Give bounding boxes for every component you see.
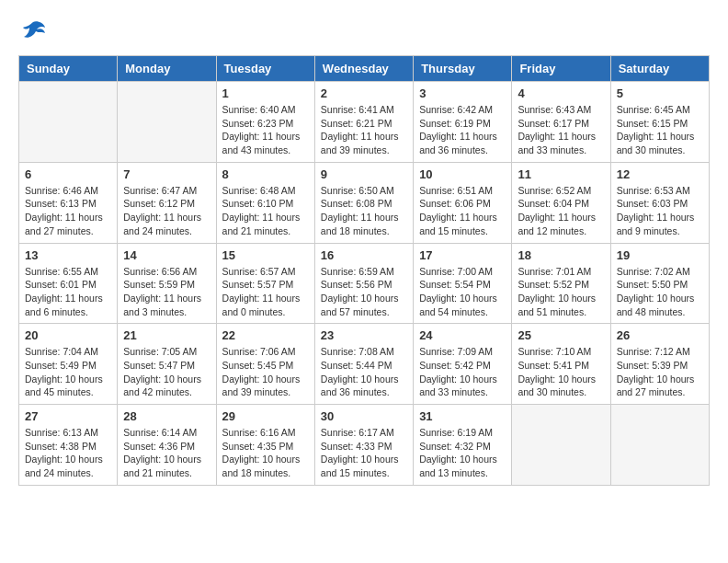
calendar-week-row: 1Sunrise: 6:40 AMSunset: 6:23 PMDaylight… — [19, 82, 710, 163]
day-info: Sunrise: 6:43 AMSunset: 6:17 PMDaylight:… — [518, 103, 604, 157]
day-info: Sunrise: 7:05 AMSunset: 5:47 PMDaylight:… — [123, 345, 210, 399]
day-number: 24 — [419, 328, 506, 342]
day-number: 18 — [518, 248, 604, 262]
day-number: 16 — [321, 248, 407, 262]
day-info: Sunrise: 6:50 AMSunset: 6:08 PMDaylight:… — [321, 184, 407, 238]
calendar-cell: 23Sunrise: 7:08 AMSunset: 5:44 PMDayligh… — [314, 324, 413, 405]
calendar-cell: 20Sunrise: 7:04 AMSunset: 5:49 PMDayligh… — [19, 324, 118, 405]
calendar-cell: 16Sunrise: 6:59 AMSunset: 5:56 PMDayligh… — [314, 243, 413, 324]
logo-bird-icon — [20, 18, 46, 40]
day-number: 4 — [518, 86, 604, 100]
day-number: 21 — [123, 328, 210, 342]
day-info: Sunrise: 6:17 AMSunset: 4:33 PMDaylight:… — [321, 426, 407, 480]
calendar-cell: 11Sunrise: 6:52 AMSunset: 6:04 PMDayligh… — [512, 162, 610, 243]
calendar-cell: 1Sunrise: 6:40 AMSunset: 6:23 PMDaylight… — [216, 82, 314, 163]
calendar-cell: 9Sunrise: 6:50 AMSunset: 6:08 PMDaylight… — [314, 162, 413, 243]
day-number: 22 — [222, 328, 309, 342]
calendar-cell: 26Sunrise: 7:12 AMSunset: 5:39 PMDayligh… — [610, 324, 709, 405]
day-number: 19 — [617, 248, 703, 262]
day-number: 23 — [321, 328, 407, 342]
day-info: Sunrise: 7:10 AMSunset: 5:41 PMDaylight:… — [518, 345, 604, 399]
calendar-cell: 14Sunrise: 6:56 AMSunset: 5:59 PMDayligh… — [118, 243, 216, 324]
weekday-header-sunday: Sunday — [19, 56, 118, 82]
day-info: Sunrise: 6:55 AMSunset: 6:01 PMDaylight:… — [25, 265, 111, 319]
day-info: Sunrise: 6:45 AMSunset: 6:15 PMDaylight:… — [617, 103, 703, 157]
day-info: Sunrise: 7:00 AMSunset: 5:54 PMDaylight:… — [419, 265, 506, 319]
calendar-cell: 29Sunrise: 6:16 AMSunset: 4:35 PMDayligh… — [216, 405, 314, 486]
weekday-header-thursday: Thursday — [414, 56, 512, 82]
day-number: 2 — [321, 86, 407, 100]
day-info: Sunrise: 6:14 AMSunset: 4:36 PMDaylight:… — [123, 426, 210, 480]
day-number: 27 — [25, 409, 111, 423]
calendar-cell: 30Sunrise: 6:17 AMSunset: 4:33 PMDayligh… — [314, 405, 413, 486]
calendar-cell: 7Sunrise: 6:47 AMSunset: 6:12 PMDaylight… — [118, 162, 216, 243]
calendar-cell — [512, 405, 610, 486]
weekday-header-tuesday: Tuesday — [216, 56, 314, 82]
day-info: Sunrise: 6:19 AMSunset: 4:32 PMDaylight:… — [419, 426, 506, 480]
calendar-week-row: 13Sunrise: 6:55 AMSunset: 6:01 PMDayligh… — [19, 243, 710, 324]
calendar-cell: 24Sunrise: 7:09 AMSunset: 5:42 PMDayligh… — [414, 324, 512, 405]
day-info: Sunrise: 7:09 AMSunset: 5:42 PMDaylight:… — [419, 345, 506, 399]
calendar-cell: 10Sunrise: 6:51 AMSunset: 6:06 PMDayligh… — [414, 162, 512, 243]
day-info: Sunrise: 6:56 AMSunset: 5:59 PMDaylight:… — [123, 265, 210, 319]
day-info: Sunrise: 7:06 AMSunset: 5:45 PMDaylight:… — [222, 345, 309, 399]
day-number: 6 — [25, 167, 111, 181]
weekday-header-monday: Monday — [118, 56, 216, 82]
calendar-cell: 13Sunrise: 6:55 AMSunset: 6:01 PMDayligh… — [19, 243, 118, 324]
day-number: 31 — [419, 409, 506, 423]
day-info: Sunrise: 7:12 AMSunset: 5:39 PMDaylight:… — [617, 345, 703, 399]
calendar-table: SundayMondayTuesdayWednesdayThursdayFrid… — [18, 55, 710, 486]
calendar-cell: 17Sunrise: 7:00 AMSunset: 5:54 PMDayligh… — [414, 243, 512, 324]
day-info: Sunrise: 6:47 AMSunset: 6:12 PMDaylight:… — [123, 184, 210, 238]
page-header — [18, 18, 710, 40]
day-number: 10 — [419, 167, 506, 181]
day-info: Sunrise: 6:16 AMSunset: 4:35 PMDaylight:… — [222, 426, 309, 480]
calendar-cell: 19Sunrise: 7:02 AMSunset: 5:50 PMDayligh… — [610, 243, 709, 324]
calendar-cell: 6Sunrise: 6:46 AMSunset: 6:13 PMDaylight… — [19, 162, 118, 243]
day-number: 11 — [518, 167, 604, 181]
day-number: 20 — [25, 328, 111, 342]
day-info: Sunrise: 6:57 AMSunset: 5:57 PMDaylight:… — [222, 265, 309, 319]
calendar-cell: 28Sunrise: 6:14 AMSunset: 4:36 PMDayligh… — [118, 405, 216, 486]
calendar-cell: 18Sunrise: 7:01 AMSunset: 5:52 PMDayligh… — [512, 243, 610, 324]
weekday-header-saturday: Saturday — [610, 56, 709, 82]
day-info: Sunrise: 6:51 AMSunset: 6:06 PMDaylight:… — [419, 184, 506, 238]
day-info: Sunrise: 7:01 AMSunset: 5:52 PMDaylight:… — [518, 265, 604, 319]
calendar-cell: 4Sunrise: 6:43 AMSunset: 6:17 PMDaylight… — [512, 82, 610, 163]
weekday-header-wednesday: Wednesday — [314, 56, 413, 82]
calendar-cell: 5Sunrise: 6:45 AMSunset: 6:15 PMDaylight… — [610, 82, 709, 163]
day-number: 29 — [222, 409, 309, 423]
day-number: 8 — [222, 167, 309, 181]
day-info: Sunrise: 6:41 AMSunset: 6:21 PMDaylight:… — [321, 103, 407, 157]
day-number: 13 — [25, 248, 111, 262]
day-number: 25 — [518, 328, 604, 342]
calendar-cell: 31Sunrise: 6:19 AMSunset: 4:32 PMDayligh… — [414, 405, 512, 486]
calendar-week-row: 27Sunrise: 6:13 AMSunset: 4:38 PMDayligh… — [19, 405, 710, 486]
calendar-cell: 2Sunrise: 6:41 AMSunset: 6:21 PMDaylight… — [314, 82, 413, 163]
day-number: 26 — [617, 328, 703, 342]
calendar-week-row: 20Sunrise: 7:04 AMSunset: 5:49 PMDayligh… — [19, 324, 710, 405]
calendar-cell: 8Sunrise: 6:48 AMSunset: 6:10 PMDaylight… — [216, 162, 314, 243]
calendar-week-row: 6Sunrise: 6:46 AMSunset: 6:13 PMDaylight… — [19, 162, 710, 243]
day-info: Sunrise: 7:04 AMSunset: 5:49 PMDaylight:… — [25, 345, 111, 399]
calendar-cell — [610, 405, 709, 486]
calendar-cell: 15Sunrise: 6:57 AMSunset: 5:57 PMDayligh… — [216, 243, 314, 324]
day-number: 7 — [123, 167, 210, 181]
day-number: 14 — [123, 248, 210, 262]
day-number: 12 — [617, 167, 703, 181]
day-number: 15 — [222, 248, 309, 262]
day-number: 17 — [419, 248, 506, 262]
calendar-cell: 27Sunrise: 6:13 AMSunset: 4:38 PMDayligh… — [19, 405, 118, 486]
calendar-cell — [19, 82, 118, 163]
day-info: Sunrise: 7:08 AMSunset: 5:44 PMDaylight:… — [321, 345, 407, 399]
day-info: Sunrise: 6:48 AMSunset: 6:10 PMDaylight:… — [222, 184, 309, 238]
calendar-cell — [118, 82, 216, 163]
day-info: Sunrise: 7:02 AMSunset: 5:50 PMDaylight:… — [617, 265, 703, 319]
logo — [18, 18, 46, 40]
calendar-cell: 22Sunrise: 7:06 AMSunset: 5:45 PMDayligh… — [216, 324, 314, 405]
day-info: Sunrise: 6:59 AMSunset: 5:56 PMDaylight:… — [321, 265, 407, 319]
day-info: Sunrise: 6:40 AMSunset: 6:23 PMDaylight:… — [222, 103, 309, 157]
day-info: Sunrise: 6:46 AMSunset: 6:13 PMDaylight:… — [25, 184, 111, 238]
day-info: Sunrise: 6:53 AMSunset: 6:03 PMDaylight:… — [617, 184, 703, 238]
day-info: Sunrise: 6:13 AMSunset: 4:38 PMDaylight:… — [25, 426, 111, 480]
